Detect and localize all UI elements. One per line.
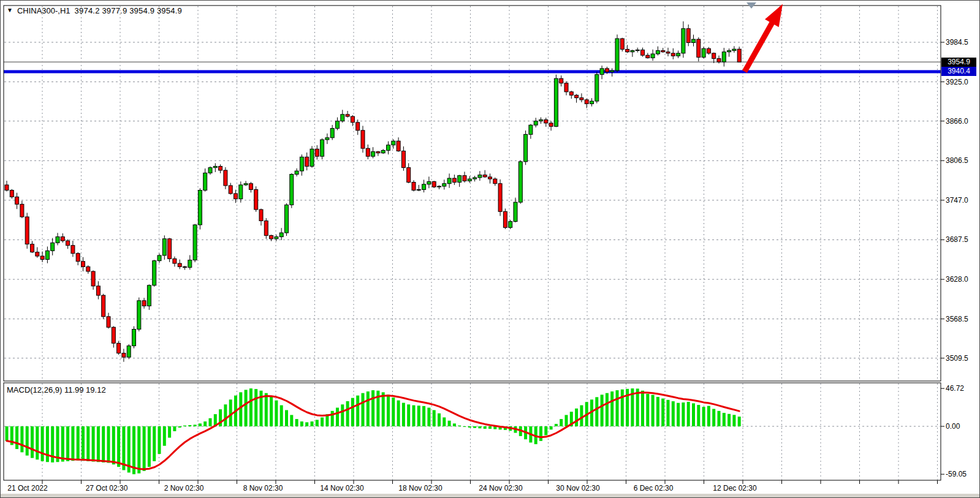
time-axis-label: 14 Nov 02:30 (320, 484, 363, 492)
candle-body (178, 263, 181, 266)
macd-histogram-bar (595, 397, 598, 426)
candle-body (270, 235, 273, 238)
macd-histogram-bar (484, 426, 487, 429)
time-axis-label: 12 Dec 02:30 (713, 484, 756, 492)
macd-histogram-bar (687, 402, 690, 426)
candle-body (127, 346, 131, 357)
macd-histogram-bar (224, 404, 227, 426)
candle-body (682, 29, 685, 53)
candle-body (162, 239, 166, 255)
macd-histogram-bar (158, 426, 161, 454)
macd-histogram-bar (209, 418, 212, 426)
candle-body (631, 51, 634, 52)
candle-body (234, 194, 238, 199)
macd-histogram-bar (636, 388, 639, 426)
time-axis-label: 8 Nov 02:30 (243, 484, 283, 492)
candle-body (575, 95, 579, 97)
macd-histogram-bar (463, 426, 466, 427)
candle-body (626, 49, 629, 51)
price-axis-label: 3925.0 (946, 78, 968, 86)
macd-histogram-bar (478, 426, 481, 428)
time-axis-label: 27 Oct 02:30 (86, 484, 128, 492)
macd-histogram-bar (732, 415, 735, 426)
candle-body (137, 301, 141, 330)
macd-histogram-bar (305, 422, 308, 426)
macd-histogram-bar (407, 404, 410, 426)
macd-histogram-bar (727, 414, 731, 426)
macd-histogram-bar (443, 417, 446, 426)
candle-body (213, 166, 217, 167)
candle-body (142, 301, 146, 306)
candle-body (336, 121, 340, 129)
macd-histogram-bar (275, 401, 278, 426)
candle-body (346, 115, 349, 116)
candle-body (183, 266, 187, 267)
last-price-badge: 3954.9 (941, 58, 976, 67)
candle-body (295, 171, 298, 174)
candle-body (692, 39, 696, 42)
macd-histogram-bar (295, 419, 298, 426)
macd-histogram-bar (102, 426, 105, 462)
macd-histogram-bar (61, 426, 64, 462)
symbol-triangle-down-icon[interactable]: ▼ (7, 7, 13, 13)
candle-body (438, 186, 441, 187)
macd-histogram-bar (692, 403, 695, 426)
candle-body (392, 141, 395, 145)
macd-histogram-bar (723, 413, 726, 426)
candle-body (529, 125, 533, 134)
macd-histogram-bar (438, 413, 441, 426)
candle-body (656, 51, 659, 54)
macd-histogram-bar (107, 426, 110, 463)
macd-histogram-bar (15, 426, 18, 449)
candle-body (666, 52, 670, 53)
candle-body (422, 184, 426, 190)
candle-body (96, 286, 100, 295)
macd-histogram-bar (290, 415, 293, 426)
macd-histogram-bar (148, 426, 151, 467)
candle-body (509, 222, 512, 228)
trend-arrow-head[interactable] (765, 4, 783, 28)
price-axis-label: 3509.5 (946, 354, 968, 363)
candle-body (56, 237, 59, 243)
macd-histogram-bar (427, 408, 430, 426)
candle-body (321, 140, 324, 156)
macd-histogram-bar (153, 426, 156, 461)
macd-histogram-bar (382, 392, 385, 426)
macd-histogram-bar (168, 426, 171, 438)
candle-body (641, 50, 645, 55)
candle-body (712, 53, 716, 59)
candle-body (671, 53, 675, 56)
macd-histogram-bar (621, 390, 624, 426)
candle-body (224, 170, 227, 186)
candle-body (20, 204, 24, 217)
candle-body (697, 39, 701, 57)
macd-histogram-bar (539, 426, 542, 441)
macd-histogram-bar (544, 426, 547, 436)
candle-body (610, 70, 614, 72)
candle-body (86, 266, 90, 271)
candle-body (488, 177, 492, 179)
price-axis-label: 3984.5 (946, 38, 968, 47)
macd-histogram-bar (580, 406, 583, 426)
candle-body (463, 176, 466, 181)
candle-body (45, 251, 49, 259)
candle-body (5, 185, 9, 191)
candle-body (300, 157, 303, 171)
candle-body (717, 59, 721, 62)
candle-body (615, 39, 619, 70)
macd-histogram-bar (194, 424, 197, 426)
trend-arrow-shaft[interactable] (745, 20, 773, 72)
candle-body (518, 162, 522, 202)
chart-canvas[interactable] (1, 1, 980, 498)
macd-histogram-bar (473, 426, 476, 428)
candle-body (401, 151, 405, 168)
price-axis-label: 3747.0 (946, 196, 968, 205)
candle-body (458, 176, 462, 183)
macd-histogram-bar (77, 426, 80, 461)
candle-body (91, 271, 95, 286)
macd-histogram-bar (311, 421, 314, 426)
candle-body (387, 145, 390, 151)
macd-histogram-bar (321, 417, 324, 426)
macd-histogram-bar (433, 410, 436, 426)
macd-histogram-bar (20, 426, 23, 452)
